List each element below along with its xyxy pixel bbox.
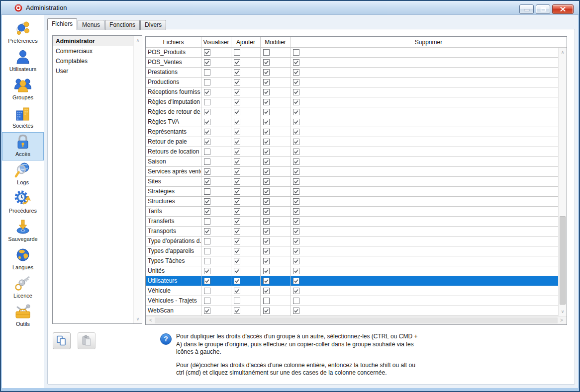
- checkbox-modifier[interactable]: [263, 99, 270, 105]
- table-row-representants[interactable]: Représentants: [146, 127, 567, 137]
- checkbox-supprimer[interactable]: [293, 308, 299, 314]
- table-row-webscan[interactable]: WebScan: [146, 306, 567, 316]
- table-row-vehicule[interactable]: Véhicule: [146, 286, 567, 296]
- sidebar-item-utilisateurs[interactable]: Utilisateurs: [2, 47, 44, 76]
- table-row-pos-ventes[interactable]: POS_Ventes: [146, 58, 567, 68]
- table-row-pos-produits[interactable]: POS_Produits: [146, 48, 567, 58]
- checkbox-supprimer[interactable]: [293, 218, 299, 225]
- scroll-up-icon[interactable]: ∧: [559, 48, 567, 56]
- table-row-regles-tva[interactable]: Règles TVA: [146, 117, 567, 127]
- checkbox-ajouter[interactable]: [234, 79, 240, 85]
- checkbox-supprimer[interactable]: [293, 49, 299, 56]
- table-row-sites[interactable]: Sites: [146, 177, 567, 187]
- sidebar-item-procedures[interactable]: Procédures: [2, 189, 44, 217]
- checkbox-visualiser[interactable]: [204, 228, 210, 235]
- checkbox-modifier[interactable]: [263, 129, 270, 135]
- scroll-up-icon[interactable]: ∧: [134, 36, 142, 44]
- checkbox-ajouter[interactable]: [234, 298, 240, 304]
- checkbox-supprimer[interactable]: [293, 89, 299, 95]
- checkbox-ajouter[interactable]: [234, 248, 240, 254]
- checkbox-visualiser[interactable]: [204, 49, 210, 56]
- checkbox-visualiser[interactable]: [204, 99, 210, 105]
- checkbox-modifier[interactable]: [263, 188, 270, 195]
- checkbox-visualiser[interactable]: [204, 168, 210, 175]
- table-row-type-d-operations-d[interactable]: Type d'opérations d…: [146, 236, 567, 246]
- checkbox-modifier[interactable]: [263, 278, 270, 284]
- scroll-right-icon[interactable]: >: [558, 316, 566, 324]
- checkbox-modifier[interactable]: [263, 49, 270, 56]
- checkbox-modifier[interactable]: [263, 139, 270, 145]
- checkbox-supprimer[interactable]: [293, 208, 299, 215]
- scroll-down-icon[interactable]: ∨: [134, 315, 142, 323]
- paste-button[interactable]: [78, 332, 96, 349]
- checkbox-ajouter[interactable]: [234, 119, 240, 125]
- checkbox-visualiser[interactable]: [204, 298, 210, 304]
- checkbox-visualiser[interactable]: [204, 278, 210, 284]
- sidebar-item-langues[interactable]: Langues: [2, 245, 44, 274]
- tab-fichiers[interactable]: Fichiers: [47, 18, 77, 30]
- checkbox-supprimer[interactable]: [293, 59, 299, 66]
- checkbox-modifier[interactable]: [263, 268, 270, 274]
- checkbox-ajouter[interactable]: [234, 89, 240, 95]
- table-vertical-scrollbar[interactable]: ∧ ∨: [558, 48, 567, 316]
- checkbox-supprimer[interactable]: [293, 298, 299, 304]
- sidebar-item-societes[interactable]: Sociétés: [2, 104, 44, 132]
- close-button[interactable]: [552, 4, 574, 14]
- checkbox-ajouter[interactable]: [234, 139, 240, 145]
- checkbox-ajouter[interactable]: [234, 258, 240, 264]
- table-row-types-d-appareils[interactable]: Types d'appareils: [146, 246, 567, 256]
- checkbox-visualiser[interactable]: [204, 139, 210, 145]
- checkbox-ajouter[interactable]: [234, 278, 240, 284]
- checkbox-modifier[interactable]: [263, 248, 270, 254]
- sidebar-item-logs[interactable]: Logs: [2, 160, 44, 189]
- group-item-comptables[interactable]: Comptables: [53, 56, 133, 66]
- checkbox-modifier[interactable]: [263, 158, 270, 165]
- table-row-transports[interactable]: Transports: [146, 227, 567, 236]
- scroll-down-icon[interactable]: ∨: [559, 308, 567, 315]
- table-row-utilisateurs[interactable]: Utilisateurs: [146, 276, 567, 286]
- sidebar-item-sauvegarde[interactable]: Sauvegarde: [2, 217, 44, 245]
- checkbox-ajouter[interactable]: [234, 69, 240, 76]
- sidebar-item-licence[interactable]: Licence: [2, 274, 44, 302]
- checkbox-modifier[interactable]: [263, 178, 270, 185]
- table-row-tarifs[interactable]: Tarifs: [146, 207, 567, 217]
- table-row-regles-d-imputation[interactable]: Règles d'imputation: [146, 97, 567, 107]
- checkbox-visualiser[interactable]: [204, 119, 210, 125]
- checkbox-modifier[interactable]: [263, 59, 270, 66]
- table-row-receptions-fourniss[interactable]: Réceptions fourniss: [146, 87, 567, 97]
- tab-fonctions[interactable]: Fonctions: [105, 20, 140, 30]
- checkbox-visualiser[interactable]: [204, 109, 210, 115]
- sidebar-item-preferences[interactable]: Préférences: [2, 19, 44, 47]
- checkbox-ajouter[interactable]: [234, 49, 240, 56]
- checkbox-supprimer[interactable]: [293, 228, 299, 235]
- group-list-scrollbar[interactable]: ∧ ∨: [133, 36, 142, 323]
- table-row-transferts[interactable]: Transferts: [146, 217, 567, 227]
- checkbox-visualiser[interactable]: [204, 198, 210, 205]
- checkbox-ajouter[interactable]: [234, 308, 240, 314]
- checkbox-visualiser[interactable]: [204, 79, 210, 85]
- table-row-regles-de-retour-de[interactable]: Règles de retour de…: [146, 107, 567, 117]
- table-horizontal-scrollbar[interactable]: < >: [146, 316, 567, 324]
- checkbox-modifier[interactable]: [263, 69, 270, 76]
- checkbox-supprimer[interactable]: [293, 69, 299, 76]
- tab-menus[interactable]: Menus: [78, 20, 104, 30]
- checkbox-ajouter[interactable]: [234, 198, 240, 205]
- checkbox-visualiser[interactable]: [204, 288, 210, 294]
- checkbox-ajouter[interactable]: [234, 238, 240, 244]
- sidebar-item-acces[interactable]: Accès: [2, 132, 44, 160]
- checkbox-visualiser[interactable]: [204, 188, 210, 195]
- checkbox-visualiser[interactable]: [204, 89, 210, 95]
- checkbox-ajouter[interactable]: [234, 158, 240, 165]
- checkbox-ajouter[interactable]: [234, 188, 240, 195]
- checkbox-supprimer[interactable]: [293, 119, 299, 125]
- checkbox-modifier[interactable]: [263, 149, 270, 155]
- table-row-unites[interactable]: Unités: [146, 266, 567, 276]
- checkbox-modifier[interactable]: [263, 119, 270, 125]
- checkbox-ajouter[interactable]: [234, 59, 240, 66]
- checkbox-supprimer[interactable]: [293, 238, 299, 244]
- table-row-saison[interactable]: Saison: [146, 157, 567, 167]
- checkbox-supprimer[interactable]: [293, 268, 299, 274]
- checkbox-supprimer[interactable]: [293, 149, 299, 155]
- checkbox-supprimer[interactable]: [293, 139, 299, 145]
- checkbox-supprimer[interactable]: [293, 168, 299, 175]
